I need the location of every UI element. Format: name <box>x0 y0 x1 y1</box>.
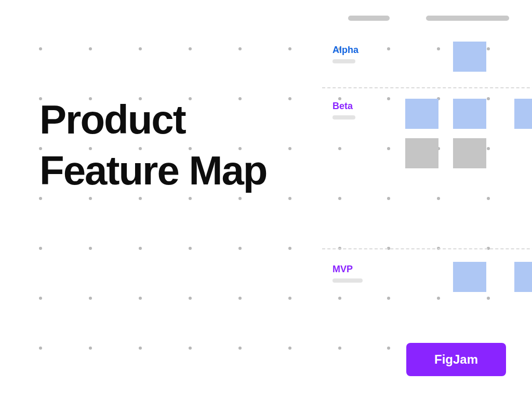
grid-dot <box>238 197 242 200</box>
title-line-1: Product <box>39 95 267 145</box>
feature-map-panel: Alpha Beta MVP <box>322 0 532 399</box>
grid-dot <box>89 197 92 200</box>
page-title: Product Feature Map <box>39 95 267 196</box>
grid-dot <box>189 197 192 200</box>
grid-dot <box>39 197 42 200</box>
grid-dot <box>39 297 42 300</box>
grid-dot <box>288 97 291 100</box>
badge-label: FigJam <box>434 352 478 366</box>
feature-card[interactable] <box>453 262 486 292</box>
grid-dot <box>139 347 142 350</box>
grid-dot <box>89 347 92 350</box>
feature-card[interactable] <box>453 138 486 168</box>
column-header-placeholder <box>348 16 390 21</box>
grid-dot <box>238 47 242 50</box>
title-line-2: Feature Map <box>39 145 267 196</box>
grid-dot <box>139 247 142 250</box>
grid-dot <box>288 297 291 300</box>
feature-card[interactable] <box>453 42 486 72</box>
feature-card[interactable] <box>405 138 438 168</box>
grid-dot <box>238 347 242 350</box>
grid-dot <box>189 347 192 350</box>
grid-dot <box>39 47 42 50</box>
row-subtext-placeholder <box>332 59 355 63</box>
grid-dot <box>89 247 92 250</box>
row-subtext-placeholder <box>332 115 355 119</box>
feature-card[interactable] <box>453 99 486 129</box>
grid-dot <box>39 347 42 350</box>
column-header-placeholder <box>426 16 509 21</box>
row-label-beta: Beta <box>332 101 353 112</box>
grid-dot <box>288 47 291 50</box>
grid-dot <box>89 297 92 300</box>
row-divider <box>322 248 532 249</box>
grid-dot <box>288 197 291 200</box>
grid-dot <box>238 247 242 250</box>
row-label-mvp: MVP <box>332 264 353 275</box>
grid-dot <box>189 297 192 300</box>
grid-dot <box>139 47 142 50</box>
grid-dot <box>189 247 192 250</box>
grid-dot <box>189 47 192 50</box>
row-subtext-placeholder <box>332 278 363 283</box>
row-divider <box>322 87 532 88</box>
feature-card[interactable] <box>514 99 532 129</box>
grid-dot <box>288 247 291 250</box>
grid-dot <box>238 297 242 300</box>
grid-dot <box>39 247 42 250</box>
grid-dot <box>139 197 142 200</box>
grid-dot <box>89 47 92 50</box>
feature-card[interactable] <box>405 99 438 129</box>
row-label-alpha: Alpha <box>332 45 358 56</box>
feature-card[interactable] <box>514 262 532 292</box>
figjam-badge[interactable]: FigJam <box>406 343 506 376</box>
grid-dot <box>288 147 291 150</box>
grid-dot <box>288 347 291 350</box>
grid-dot <box>139 297 142 300</box>
